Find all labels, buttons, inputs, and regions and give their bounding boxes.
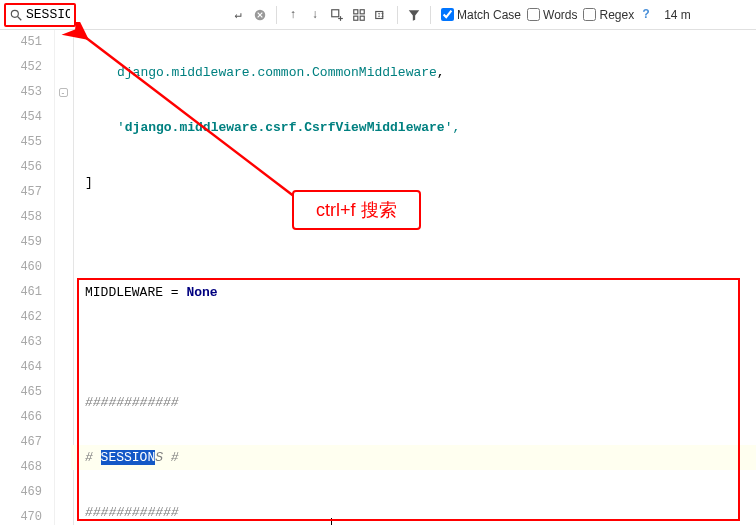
separator xyxy=(397,6,398,24)
svg-line-1 xyxy=(18,16,22,20)
clear-icon[interactable] xyxy=(250,5,270,25)
code-line: django.middleware.common.CommonMiddlewar… xyxy=(71,60,756,85)
svg-rect-6 xyxy=(354,9,358,13)
separator xyxy=(276,6,277,24)
line-gutter: 451452453454 455456457458 459460461462 4… xyxy=(0,30,55,525)
prev-match-icon[interactable]: ↑ xyxy=(283,5,303,25)
match-case-label: Match Case xyxy=(457,8,521,22)
fold-mark-icon[interactable]: - xyxy=(59,88,68,97)
svg-rect-9 xyxy=(360,16,364,20)
fold-gutter: - xyxy=(55,30,71,525)
select-occurrence-icon[interactable]: II xyxy=(371,5,391,25)
match-case-input[interactable] xyxy=(441,8,454,21)
select-all-icon[interactable] xyxy=(349,5,369,25)
search-icon xyxy=(8,7,24,23)
code-line xyxy=(71,335,756,360)
annotation-label: ctrl+f 搜索 xyxy=(292,190,421,230)
match-case-checkbox[interactable]: Match Case xyxy=(441,8,521,22)
code-editor[interactable]: 451452453454 455456457458 459460461462 4… xyxy=(0,30,756,525)
words-checkbox[interactable]: Words xyxy=(527,8,577,22)
match-count: 14 m xyxy=(664,8,691,22)
regex-label: Regex xyxy=(599,8,634,22)
search-field-wrap xyxy=(4,3,76,27)
code-area[interactable]: django.middleware.common.CommonMiddlewar… xyxy=(71,30,756,525)
search-input[interactable] xyxy=(24,7,72,22)
svg-point-0 xyxy=(11,10,18,17)
code-line: MIDDLEWARE = None xyxy=(71,280,756,305)
add-selection-icon[interactable] xyxy=(327,5,347,25)
svg-rect-3 xyxy=(332,9,339,16)
find-toolbar: ↵ ↑ ↓ II Match Case Words Regex ? 14 m xyxy=(0,0,756,30)
newline-icon[interactable]: ↵ xyxy=(228,5,248,25)
svg-text:II: II xyxy=(378,13,384,19)
filter-icon[interactable] xyxy=(404,5,424,25)
code-line: ############ xyxy=(71,500,756,525)
svg-rect-8 xyxy=(354,16,358,20)
regex-input[interactable] xyxy=(583,8,596,21)
words-label: Words xyxy=(543,8,577,22)
code-line: ############ xyxy=(71,390,756,415)
separator xyxy=(430,6,431,24)
regex-checkbox[interactable]: Regex xyxy=(583,8,634,22)
next-match-icon[interactable]: ↓ xyxy=(305,5,325,25)
code-line-current: # SESSIONS # xyxy=(71,445,756,470)
help-icon[interactable]: ? xyxy=(636,5,656,25)
svg-rect-7 xyxy=(360,9,364,13)
code-line: 'django.middleware.csrf.CsrfViewMiddlewa… xyxy=(71,115,756,140)
words-input[interactable] xyxy=(527,8,540,21)
